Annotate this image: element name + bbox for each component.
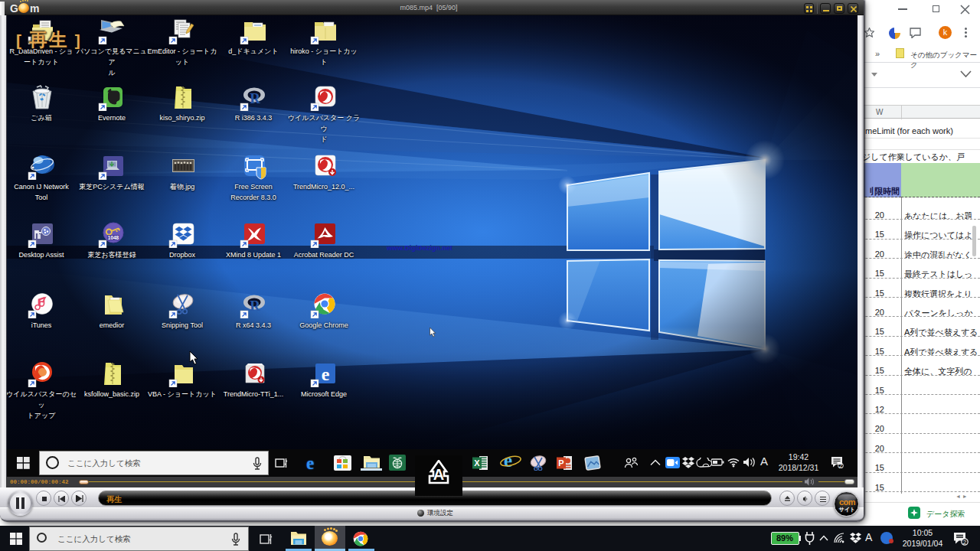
svg-text:e: e xyxy=(322,364,330,384)
svg-text:X: X xyxy=(474,458,480,468)
svg-text:R: R xyxy=(250,90,260,106)
svg-text:2: 2 xyxy=(963,539,967,546)
svg-text:P: P xyxy=(558,458,564,468)
svg-text:A: A xyxy=(433,466,444,483)
svg-text:1048: 1048 xyxy=(108,235,119,240)
svg-text:R: R xyxy=(250,298,260,314)
svg-text:2: 2 xyxy=(839,463,842,468)
